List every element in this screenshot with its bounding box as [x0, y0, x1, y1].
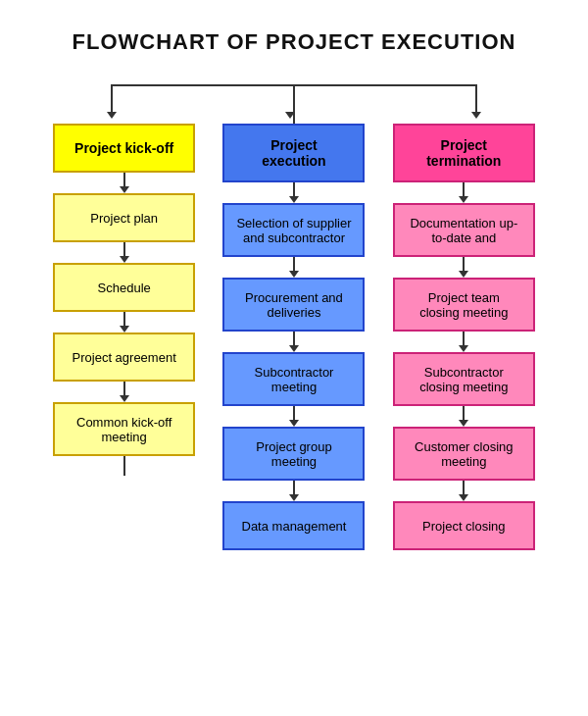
arrow-2	[120, 242, 129, 263]
arrow-b3	[289, 332, 299, 352]
box-kickoff-header: Project kick-off	[53, 124, 195, 173]
box-procurement: Procurement and deliveries	[222, 278, 365, 332]
box-selection-supplier: Selection of supplier and subcontractor	[222, 203, 365, 257]
arrow-b1	[289, 182, 299, 203]
box-project-team-closing: Project team closing meeting	[393, 278, 535, 332]
box-execution-header: Project execution	[222, 124, 365, 182]
box-customer-closing: Customer closing meeting	[393, 427, 535, 481]
arrow-1	[120, 173, 129, 193]
box-subcontractor-closing: Subcontractor closing meeting	[393, 352, 535, 406]
box-project-group: Project group meeting	[222, 427, 365, 481]
box-documentation: Documentation up- to-date and	[393, 203, 535, 257]
box-project-agreement: Project agreement	[53, 332, 195, 382]
arrow-p5	[459, 481, 468, 501]
page-title: FLOWCHART OF PROJECT EXECUTION	[20, 29, 568, 55]
box-schedule: Schedule	[53, 263, 195, 312]
arrow-p3	[459, 332, 468, 352]
column-kickoff: Project kick-off Project plan Schedule	[39, 124, 209, 476]
box-subcontractor-meeting: Subcontractor meeting	[222, 352, 365, 406]
column-termination: Project termination Documentation up- to…	[379, 124, 549, 550]
box-project-plan: Project plan	[53, 193, 195, 242]
arrow-b5	[289, 481, 299, 501]
arrow-b2	[289, 257, 299, 278]
box-data-management: Data management	[222, 501, 365, 550]
arrow-5	[123, 456, 125, 476]
box-common-kickoff: Common kick-off meeting	[53, 402, 195, 456]
box-project-closing: Project closing	[393, 501, 535, 550]
arrow-b4	[289, 406, 299, 427]
arrow-p2	[459, 257, 468, 278]
arrow-3	[120, 312, 129, 332]
arrow-p1	[459, 182, 468, 203]
column-execution: Project execution Selection of supplier …	[209, 124, 378, 550]
box-termination-header: Project termination	[393, 124, 535, 182]
arrow-4	[120, 382, 129, 402]
arrow-p4	[459, 406, 468, 427]
